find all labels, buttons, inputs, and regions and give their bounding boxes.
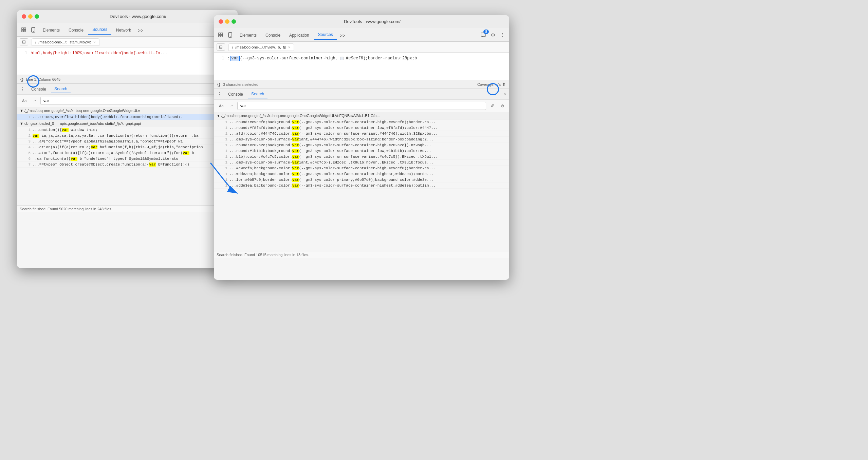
left-cursor-icon[interactable]	[20, 26, 28, 34]
left-search-regex-toggle[interactable]: .*	[31, 98, 38, 104]
right-result-text-10: ...#dde3ea;background-color:var(--gm3-sy…	[229, 172, 506, 176]
right-result-num-1: 1	[221, 120, 227, 124]
right-result-line-7[interactable]: 1 ...b1b);color:#c4c7c5;color:var(--gm3-…	[214, 154, 509, 160]
right-tab-elements[interactable]: Elements	[236, 31, 261, 40]
left-tab-elements[interactable]: Elements	[39, 26, 64, 35]
right-result-text-1: ...round:#e9eef6;background:var(--gm3-sy…	[229, 120, 506, 124]
right-result-line-6[interactable]: 1 ...round:#1b1b1b;background:var(--gm3-…	[214, 148, 509, 154]
right-result-line-5[interactable]: 1 ...round:#282a2c;background:var(--gm3-…	[214, 142, 509, 148]
right-panel-menu-icon[interactable]: ⋮	[217, 91, 222, 97]
left-result-line-2-1[interactable]: 1 ...unction(){var window=this;	[17, 127, 238, 133]
left-search-case-toggle[interactable]: Aa	[20, 98, 29, 104]
right-more-tabs[interactable]: >>	[338, 32, 347, 40]
right-search-bar: Aa .* ↺ ⊘	[214, 100, 509, 112]
right-result-line-12[interactable]: 1 ...#dde3ea;background-color:var(--gm3-…	[214, 183, 509, 189]
left-tab-console[interactable]: Console	[64, 26, 88, 35]
right-result-line-10[interactable]: 1 ...#dde3ea;background-color:var(--gm3-…	[214, 171, 509, 177]
right-tab-console[interactable]: Console	[261, 31, 284, 40]
right-selection-status: 3 characters selected	[223, 82, 259, 87]
right-result-line-4[interactable]: 1 ...gm3-sys-color-on-surface-variant,#4…	[214, 137, 509, 142]
left-result-line-2-3[interactable]: 3 ...a=["object"==typeof globalThis&&glo…	[17, 139, 238, 145]
right-search-input[interactable]	[237, 102, 486, 110]
right-cursor-icon[interactable]	[217, 31, 225, 39]
left-search-input[interactable]	[40, 97, 215, 105]
right-file-tab-close[interactable]: ×	[288, 45, 290, 49]
right-panel-tab-console[interactable]: Console	[225, 91, 246, 98]
left-result-file-2[interactable]: ▼ cb=gapi.loaded_0 — apis.google.com/_/s…	[17, 120, 238, 127]
right-panel-close[interactable]: ×	[504, 92, 506, 97]
right-result-line-1[interactable]: 1 ...round:#e9eef6;background:var(--gm3-…	[214, 119, 509, 125]
right-title-bar: DevTools - www.google.com/	[214, 15, 509, 28]
right-braces-icon[interactable]: {}	[217, 82, 220, 87]
left-maximize-button[interactable]	[35, 14, 39, 19]
right-sidebar-toggle[interactable]: ⊟	[217, 43, 225, 51]
right-minimize-button[interactable]	[225, 19, 229, 24]
right-search-regex-toggle[interactable]: .*	[228, 103, 235, 109]
right-result-line-9[interactable]: 1 ...#e9eef6;background-color:var(--gm3-…	[214, 166, 509, 171]
right-result-line-3[interactable]: 1 ...afd);color:#444746;color:var(--gm3-…	[214, 131, 509, 137]
right-code-view: 1 :var(--gm3-sys-color-surface-container…	[214, 53, 509, 80]
right-result-num-3: 1	[221, 132, 227, 136]
right-search-panel: Aa .* ↺ ⊘ ▼ /_/mss/boq-one-google/_/ss/k…	[214, 100, 509, 258]
svg-point-11	[230, 36, 230, 37]
right-result-line-11[interactable]: 1 ...lor:#0b57d0;border-color:var(--gm3-…	[214, 177, 509, 183]
left-result-line-1[interactable]: 1 ...t:100%;overflow:hidden}body{-webkit…	[17, 114, 238, 120]
left-result-line-2-4[interactable]: 4 ...ction(a){if(a)return a;var b=functi…	[17, 145, 238, 150]
right-result-line-8[interactable]: 1 ...gm3-sys-color-on-surface-variant,#c…	[214, 160, 509, 166]
left-sidebar-toggle[interactable]: ⊟	[20, 38, 28, 45]
right-tab-application[interactable]: Application	[285, 31, 313, 40]
right-coverage-icon[interactable]: ⬆	[502, 82, 506, 87]
right-close-button[interactable]	[219, 19, 223, 24]
left-search-bar: Aa .* ↺ ⊘	[17, 95, 238, 107]
right-search-case-toggle[interactable]: Aa	[217, 103, 226, 109]
left-result-line-2-6[interactable]: 6 _.ua=function(a){var b="undefined"!=ty…	[17, 156, 238, 162]
right-search-clear-btn[interactable]: ⊘	[498, 102, 506, 110]
right-ellipsis-icon[interactable]: ⋮	[498, 31, 506, 39]
left-result-file-1[interactable]: ▼ /_/mss/boq-one-google/_/ss/k=boq-one-g…	[17, 107, 238, 114]
left-code-content-1: html,body{height:100%;overflow:hidden}bo…	[31, 51, 238, 56]
left-devtools-window: DevTools - www.google.com/ Elements Cons…	[17, 10, 238, 268]
left-file-tab[interactable]: /_/mss/boq-one-...t,_stam,jMb2Vb ×	[32, 38, 99, 46]
right-tab-bar: Elements Console Application Sources >>	[236, 30, 478, 40]
right-result-num-4: 1	[221, 137, 227, 141]
left-status-bar: {} Line 1, Column 6645	[17, 75, 238, 83]
right-search-refresh-btn[interactable]: ↺	[488, 102, 496, 110]
left-device-icon[interactable]	[29, 26, 37, 34]
left-tab-network[interactable]: Network	[112, 26, 135, 35]
left-line-number-1: 1	[17, 51, 31, 56]
left-result-text-2-7: ...==typeof Object.create?Object.create:…	[33, 162, 235, 167]
left-result-num-2-4: 4	[24, 145, 31, 149]
left-tab-sources[interactable]: Sources	[88, 25, 111, 35]
right-gear-icon[interactable]: ⚙	[489, 31, 497, 39]
left-file-tab-close[interactable]: ×	[93, 40, 95, 44]
left-panel-tab-console[interactable]: Console	[28, 85, 50, 93]
right-bottom-panel: ⋮ Console Search × Aa .* ↺ ⊘ ▼ /_/mss/bo…	[214, 89, 509, 258]
right-result-text-11: ...lor:#0b57d0;border-color:var(--gm3-sy…	[229, 178, 506, 182]
left-panel-tab-search[interactable]: Search	[51, 85, 71, 93]
left-more-tabs[interactable]: >>	[136, 26, 145, 35]
svg-rect-3	[24, 30, 26, 32]
right-result-file-1[interactable]: ▼ /_/mss/boq-one-google/_/ss/k=boq-one-g…	[214, 112, 509, 119]
right-result-num-6: 1	[221, 149, 227, 153]
svg-point-5	[33, 31, 34, 32]
right-maximize-button[interactable]	[232, 19, 236, 24]
right-file-tab[interactable]: /_/mss/boq-one-...uthview,_b,_tp ×	[228, 43, 294, 51]
right-panel-tab-search[interactable]: Search	[248, 90, 267, 98]
right-chat-icon[interactable]: 8	[479, 31, 487, 39]
left-result-line-2-2[interactable]: 2 var ia,ja,la,sa,ta,xa,ya,Ba;_.ca=funct…	[17, 133, 238, 139]
left-minimize-button[interactable]	[28, 14, 33, 19]
right-tab-sources[interactable]: Sources	[314, 30, 337, 40]
right-device-icon[interactable]	[226, 31, 234, 39]
left-result-num-2-5: 5	[24, 151, 31, 155]
svg-rect-9	[221, 35, 223, 37]
left-result-line-2-5[interactable]: 5 ...ator",function(a){if(a)return a;a=S…	[17, 150, 238, 156]
left-close-button[interactable]	[22, 14, 26, 19]
left-braces-icon[interactable]: {}	[20, 77, 23, 82]
left-window-title: DevTools - www.google.com/	[43, 14, 233, 19]
left-result-line-2-7[interactable]: 7 ...==typeof Object.create?Object.creat…	[17, 162, 238, 168]
right-result-line-2[interactable]: 1 ...round:#f8fafd;background:var(--gm3-…	[214, 125, 509, 131]
left-result-num-2-6: 6	[24, 157, 31, 161]
right-result-num-5: 1	[221, 143, 227, 147]
right-result-num-2: 1	[221, 126, 227, 130]
left-panel-menu-icon[interactable]: ⋮	[20, 86, 25, 92]
